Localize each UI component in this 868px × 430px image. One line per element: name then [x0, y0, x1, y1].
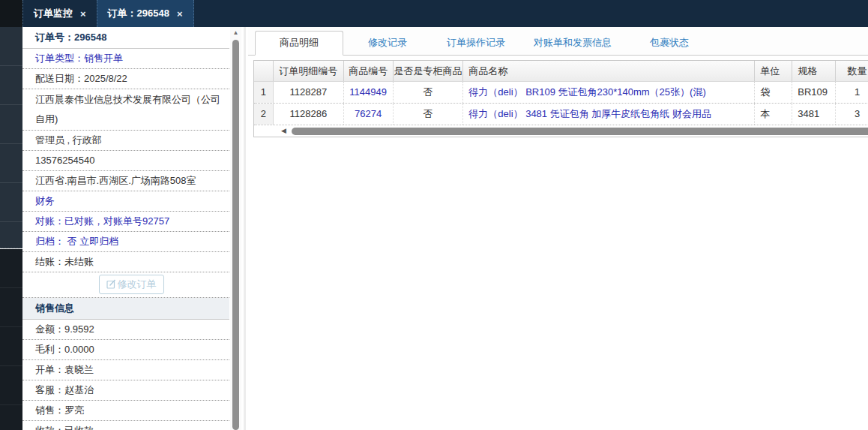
tab-statement-invoice[interactable]: 对账单和发票信息 [520, 32, 625, 55]
gross-profit-row: 毛利：0.0000 [22, 340, 229, 360]
tab-order-296548[interactable]: 订单：296548 × [97, 0, 194, 27]
biller-row: 开单：袁晓兰 [22, 360, 229, 380]
cell-product-name-link[interactable]: 得力（deli） BR109 凭证包角230*140mm（25张）(混) [463, 82, 755, 103]
collapsed-panel-strip [0, 27, 22, 430]
tab-order-operation-log[interactable]: 订单操作记录 [432, 32, 520, 55]
table-row: 1 1128287 1144949 否 得力（deli） BR109 凭证包角2… [254, 81, 868, 103]
col-header-is-counter: 是否是专柜商品 [394, 61, 464, 81]
modify-order-label: 修改订单 [118, 278, 157, 290]
company-row: 江西晨泰伟业信息技术发展有限公司（公司自用) [22, 89, 229, 131]
cell-detail-no: 1128286 [274, 104, 344, 125]
edit-icon [106, 279, 116, 289]
modify-button-row: 修改订单 [22, 272, 229, 298]
order-detail-main-panel: 商品明细 修改记录 订单操作记录 对账单和发票信息 包裹状态 订单明细编号 商品… [248, 27, 868, 430]
close-icon[interactable]: × [80, 8, 86, 20]
detail-tab-strip: 商品明细 修改记录 订单操作记录 对账单和发票信息 包裹状态 [248, 27, 868, 56]
address-row: 江西省.南昌市.西湖区.广场南路508室 [22, 171, 229, 191]
collapsed-strip-bottom [0, 249, 22, 430]
cell-product-no-link[interactable]: 1144949 [344, 82, 394, 103]
scroll-up-icon[interactable]: ▲ [230, 27, 241, 38]
sidebar-scrollbar[interactable]: ▲ [230, 27, 241, 430]
horizontal-scrollbar-thumb[interactable] [292, 128, 868, 135]
tab-modify-log[interactable]: 修改记录 [343, 32, 432, 55]
col-header-product-name: 商品名称 [463, 61, 755, 81]
sales-info-header: 销售信息 [22, 298, 229, 320]
col-header-qty: 数量 [836, 61, 868, 81]
cell-is-counter: 否 [394, 104, 464, 125]
table-row: 2 1128286 76274 否 得力（deli） 3481 凭证包角 加厚牛… [254, 103, 868, 125]
collapsed-strip-top [0, 27, 22, 248]
delivery-date-row: 配送日期：2025/8/22 [22, 69, 229, 89]
archive-link[interactable]: 归档： 否 立即归档 [22, 232, 229, 252]
amount-row: 金额：9.9592 [22, 320, 229, 340]
order-type-link[interactable]: 订单类型：销售开单 [22, 49, 229, 69]
product-detail-table: 订单明细编号 商品编号 是否是专柜商品 商品名称 单位 规格 数量 1 1128… [253, 60, 868, 137]
customer-service-row: 客服：赵基治 [22, 380, 229, 401]
tab-label: 订单监控 [34, 7, 73, 20]
cell-rownum: 2 [254, 104, 274, 125]
cell-qty: 1 [836, 82, 868, 103]
col-header-spec: 规格 [792, 61, 836, 81]
table-header-row: 订单明细编号 商品编号 是否是专柜商品 商品名称 单位 规格 数量 [254, 61, 868, 81]
cell-product-no-link[interactable]: 76274 [344, 104, 394, 125]
table-horizontal-scrollbar[interactable]: ◀ [254, 125, 868, 137]
cell-is-counter: 否 [394, 82, 464, 103]
col-header-product-no: 商品编号 [344, 61, 394, 81]
topbar-corner [0, 0, 22, 27]
tab-product-details[interactable]: 商品明细 [255, 31, 343, 56]
cell-detail-no: 1128287 [274, 82, 344, 103]
settlement-row: 结账：未结账 [22, 252, 229, 272]
tab-package-status[interactable]: 包裹状态 [625, 32, 714, 55]
cell-spec: BR109 [792, 82, 836, 103]
payment-status-row: 收款：已收款 [22, 421, 229, 430]
phone-row: 13576254540 [22, 151, 229, 171]
col-header-detail-no: 订单明细编号 [274, 61, 344, 81]
sidebar-scrollbar-thumb[interactable] [232, 40, 239, 430]
panel-splitter[interactable] [244, 27, 246, 430]
tab-label: 订单：296548 [108, 7, 169, 20]
cell-qty: 3 [836, 104, 868, 125]
modify-order-button[interactable]: 修改订单 [99, 275, 164, 294]
order-detail-sidebar: 订单号：296548 订单类型：销售开单 配送日期：2025/8/22 江西晨泰… [22, 27, 241, 430]
col-header-unit: 单位 [755, 61, 792, 81]
close-icon[interactable]: × [177, 8, 183, 20]
contact-row: 管理员 , 行政部 [22, 131, 229, 151]
order-number-row: 订单号：296548 [22, 27, 229, 49]
cell-rownum: 1 [254, 82, 274, 103]
salesperson-row: 销售：罗亮 [22, 401, 229, 421]
cell-spec: 3481 [792, 104, 836, 125]
tab-order-monitor[interactable]: 订单监控 × [22, 0, 97, 27]
cell-unit: 本 [755, 104, 792, 125]
col-header-rownum [254, 61, 274, 81]
scroll-left-icon[interactable]: ◀ [281, 127, 286, 134]
cell-unit: 袋 [755, 82, 792, 103]
cell-product-name-link[interactable]: 得力（deli） 3481 凭证包角 加厚牛皮纸包角纸 财会用品 [463, 104, 755, 125]
reconcile-link[interactable]: 对账：已对账，对账单号92757 [22, 212, 229, 232]
window-tab-bar: 订单监控 × 订单：296548 × [0, 0, 868, 27]
finance-link[interactable]: 财务 [22, 191, 229, 212]
